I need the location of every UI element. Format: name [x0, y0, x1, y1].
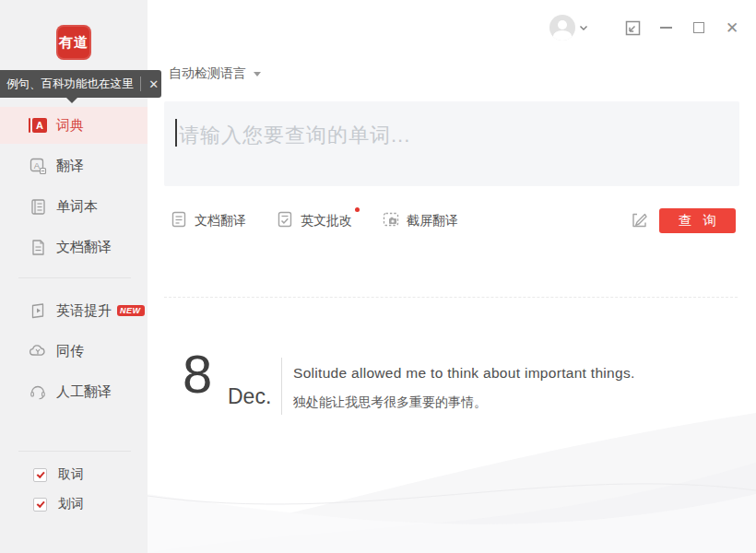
- sidebar-item-human-translate[interactable]: 人工翻译: [0, 379, 148, 405]
- shortcut-doc-translate[interactable]: 文档翻译: [171, 211, 246, 231]
- search-placeholder: 请输入您要查询的单词...: [179, 122, 410, 149]
- english-correct-icon: [277, 211, 293, 231]
- minimize-icon[interactable]: [655, 17, 677, 39]
- checkbox-checked-icon[interactable]: [33, 498, 47, 512]
- dictionary-icon: A: [29, 116, 47, 135]
- language-selector[interactable]: 自动检测语言: [169, 65, 261, 83]
- daily-divider: [281, 358, 282, 415]
- human-translate-icon: [29, 382, 47, 401]
- caret-down-icon: [254, 72, 261, 76]
- close-icon[interactable]: ✕: [721, 17, 743, 39]
- daily-sentence-chinese: 独处能让我思考很多重要的事情。: [293, 394, 487, 411]
- main-panel: ✕ 自动检测语言 请输入您要查询的单词...: [148, 0, 756, 553]
- youdao-dictionary-window: 有道 A 词典 A 翻译: [0, 0, 756, 553]
- toggle-label: 取词: [58, 466, 84, 483]
- svg-text:A: A: [33, 159, 40, 170]
- sidebar-item-label: 同传: [56, 343, 84, 360]
- language-selector-label: 自动检测语言: [169, 65, 246, 82]
- doc-translate-icon: [171, 211, 187, 231]
- daily-month: Dec.: [228, 384, 271, 409]
- sidebar-item-dictionary[interactable]: A 词典: [0, 112, 148, 138]
- account-chevron-down-icon[interactable]: [577, 17, 590, 39]
- tooltip-arrow: [66, 98, 77, 103]
- sidebar-divider: [18, 451, 131, 452]
- translate-icon: A: [29, 157, 47, 175]
- sidebar-item-label: 英语提升: [56, 302, 112, 320]
- user-avatar[interactable]: [549, 15, 575, 41]
- wordbook-icon: [29, 197, 47, 216]
- daily-sentence-card[interactable]: 8 Dec. Solitude allowed me to think abou…: [148, 346, 738, 429]
- daily-sentence-english: Solitude allowed me to think about impor…: [293, 365, 635, 382]
- maximize-icon[interactable]: [688, 17, 710, 39]
- word-capture-toggle[interactable]: 取词: [0, 464, 148, 486]
- toggle-label: 划词: [58, 496, 84, 512]
- document-icon: [29, 238, 47, 256]
- sidebar-item-translate[interactable]: A 翻译: [0, 153, 148, 179]
- shortcut-label: 英文批改: [301, 213, 352, 229]
- text-caret: [175, 119, 177, 147]
- handwriting-icon[interactable]: [630, 210, 650, 230]
- screenshot-translate-icon: [383, 211, 399, 231]
- checkbox-checked-icon[interactable]: [33, 468, 47, 482]
- shortcut-row: 文档翻译 英文批改: [171, 210, 458, 232]
- shortcut-english-correct[interactable]: 英文批改: [277, 211, 352, 231]
- section-divider: [164, 297, 738, 298]
- sidebar-item-label: 单词本: [56, 198, 98, 216]
- new-badge: NEW: [117, 305, 145, 317]
- sidebar-item-label: 人工翻译: [56, 383, 112, 401]
- sidebar-item-english-boost[interactable]: 英语提升 NEW: [0, 298, 148, 324]
- cloud-interpret-icon: [29, 342, 47, 360]
- youdao-logo-icon: 有道: [56, 25, 91, 60]
- query-button[interactable]: 查 询: [659, 208, 736, 233]
- feature-tooltip: 例句、百科功能也在这里 ✕: [0, 70, 161, 98]
- search-input[interactable]: 请输入您要查询的单词...: [164, 101, 739, 186]
- tooltip-close-icon[interactable]: ✕: [146, 75, 161, 93]
- daily-day: 8: [183, 347, 212, 401]
- sidebar-item-interpretation[interactable]: 同传: [0, 338, 148, 364]
- shortcut-label: 截屏翻译: [407, 213, 458, 229]
- english-boost-icon: [29, 301, 47, 320]
- sidebar-item-doc-translate[interactable]: 文档翻译: [0, 234, 148, 260]
- sidebar-item-wordbook[interactable]: 单词本: [0, 194, 148, 219]
- sidebar-item-label: 翻译: [56, 158, 84, 175]
- tooltip-divider: [140, 76, 141, 91]
- notification-dot: [355, 207, 360, 212]
- compact-mode-icon[interactable]: [621, 17, 644, 39]
- word-select-toggle[interactable]: 划词: [0, 493, 148, 515]
- sidebar-item-label: 词典: [56, 117, 84, 135]
- shortcut-label: 文档翻译: [195, 213, 246, 229]
- window-controls: ✕: [549, 13, 743, 42]
- sidebar-item-label: 文档翻译: [56, 239, 112, 256]
- shortcut-screenshot-translate[interactable]: 截屏翻译: [383, 211, 458, 231]
- tooltip-text: 例句、百科功能也在这里: [0, 76, 134, 92]
- sidebar-divider: [18, 277, 131, 278]
